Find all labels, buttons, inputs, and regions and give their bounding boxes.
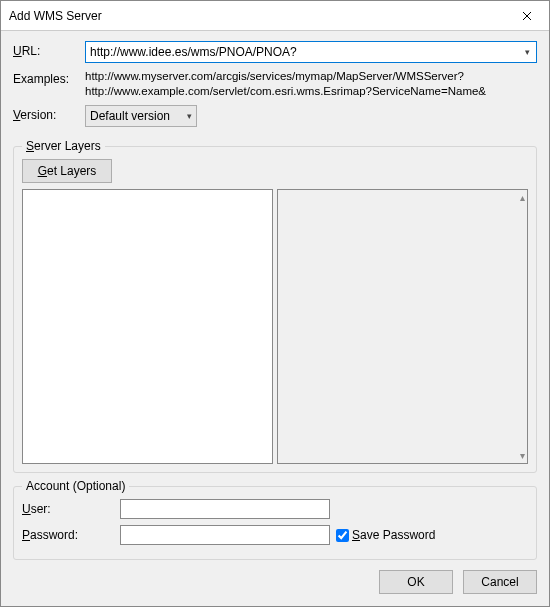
save-password-input[interactable] xyxy=(336,529,349,542)
add-wms-server-dialog: Add WMS Server URL: ▾ Examples: http://w… xyxy=(0,0,550,607)
save-password-label: Save Password xyxy=(352,528,435,542)
save-password-checkbox[interactable]: Save Password xyxy=(336,528,435,542)
server-layers-legend: Server Layers xyxy=(22,139,105,153)
examples-label: Examples: xyxy=(13,69,85,86)
version-dropdown[interactable]: Default version ▾ xyxy=(85,105,197,127)
example-line-1: http://www.myserver.com/arcgis/services/… xyxy=(85,69,486,84)
scroll-up-icon[interactable]: ▴ xyxy=(520,192,525,203)
password-label: Password: xyxy=(22,528,120,542)
examples-row: Examples: http://www.myserver.com/arcgis… xyxy=(13,69,537,99)
chevron-down-icon[interactable]: ▾ xyxy=(518,42,536,62)
version-value: Default version xyxy=(90,109,170,123)
password-row: Password: Save Password xyxy=(22,525,528,545)
url-input[interactable] xyxy=(86,42,518,62)
example-line-2: http://www.example.com/servlet/com.esri.… xyxy=(85,84,486,99)
server-layers-group: Server Layers Get Layers ▴ ▾ xyxy=(13,139,537,473)
user-label: User: xyxy=(22,502,120,516)
dialog-content: URL: ▾ Examples: http://www.myserver.com… xyxy=(1,31,549,606)
layers-list-pane[interactable] xyxy=(22,189,273,464)
get-layers-button[interactable]: Get Layers xyxy=(22,159,112,183)
cancel-button[interactable]: Cancel xyxy=(463,570,537,594)
layer-details-pane[interactable]: ▴ ▾ xyxy=(277,189,528,464)
chevron-down-icon: ▾ xyxy=(187,111,192,121)
layer-panes: ▴ ▾ xyxy=(22,189,528,464)
url-combobox[interactable]: ▾ xyxy=(85,41,537,63)
user-input[interactable] xyxy=(120,499,330,519)
close-icon xyxy=(522,11,532,21)
close-button[interactable] xyxy=(504,1,549,30)
url-row: URL: ▾ xyxy=(13,41,537,63)
user-row: User: xyxy=(22,499,528,519)
titlebar: Add WMS Server xyxy=(1,1,549,31)
window-title: Add WMS Server xyxy=(9,9,504,23)
password-input[interactable] xyxy=(120,525,330,545)
url-label: URL: xyxy=(13,41,85,58)
dialog-footer: OK Cancel xyxy=(13,570,537,594)
ok-button[interactable]: OK xyxy=(379,570,453,594)
account-legend: Account (Optional) xyxy=(22,479,129,493)
version-label: Version: xyxy=(13,105,85,122)
version-row: Version: Default version ▾ xyxy=(13,105,537,127)
account-group: Account (Optional) User: Password: Save … xyxy=(13,479,537,560)
examples-text: http://www.myserver.com/arcgis/services/… xyxy=(85,69,486,99)
scroll-down-icon[interactable]: ▾ xyxy=(520,450,525,461)
